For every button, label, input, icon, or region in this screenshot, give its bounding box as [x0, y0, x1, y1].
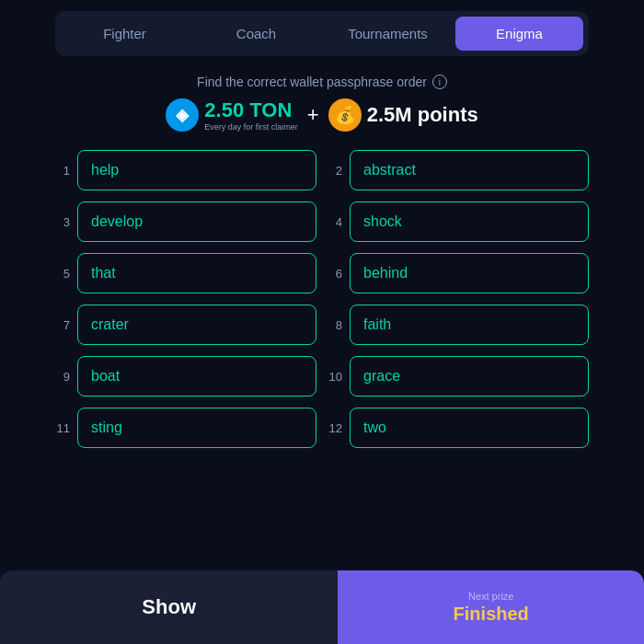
word-box[interactable]: help: [77, 150, 316, 190]
bottom-bar: Show Next prize Finished: [0, 570, 644, 644]
word-number: 11: [55, 421, 70, 435]
word-number: 5: [55, 267, 70, 281]
show-button[interactable]: Show: [0, 570, 338, 644]
next-prize-label: Next prize: [468, 591, 514, 602]
word-cell: 4shock: [328, 201, 589, 242]
word-cell: 8faith: [328, 305, 589, 345]
tab-coach[interactable]: Coach: [192, 17, 320, 51]
coin-icon: 💰: [328, 98, 362, 132]
tab-bar: Fighter Coach Tournaments Enigma: [55, 11, 589, 56]
word-box[interactable]: shock: [350, 201, 589, 242]
next-prize-value: Finished: [454, 604, 529, 625]
word-box[interactable]: two: [350, 408, 589, 448]
info-icon: i: [432, 75, 447, 89]
word-number: 2: [328, 164, 342, 178]
word-box[interactable]: crater: [77, 305, 316, 345]
word-cell: 1help: [55, 150, 316, 190]
word-cell: 5that: [55, 253, 316, 293]
word-box[interactable]: sting: [77, 408, 316, 448]
points-amount: 2.5M points: [367, 103, 478, 127]
word-number: 7: [55, 318, 70, 332]
word-number: 6: [328, 267, 342, 281]
ton-amount: 2.50 TON: [204, 98, 298, 122]
ton-badge: ◈ 2.50 TON Every day for first claimer: [166, 98, 298, 132]
word-box[interactable]: develop: [77, 201, 316, 242]
word-number: 8: [328, 318, 342, 332]
word-cell: 9boat: [55, 356, 316, 397]
word-cell: 3develop: [55, 201, 316, 242]
word-cell: 10grace: [328, 356, 589, 397]
subtitle-text: Find the correct wallet passphrase order: [197, 75, 427, 89]
word-number: 10: [328, 370, 342, 384]
word-cell: 12two: [328, 408, 589, 448]
word-cell: 11sting: [55, 408, 316, 448]
word-box[interactable]: behind: [350, 253, 589, 293]
word-number: 1: [55, 164, 70, 178]
ton-text: 2.50 TON Every day for first claimer: [204, 98, 298, 132]
app-container: Fighter Coach Tournaments Enigma Find th…: [0, 0, 644, 644]
word-number: 3: [55, 215, 70, 229]
word-box[interactable]: boat: [77, 356, 316, 397]
word-box[interactable]: faith: [350, 305, 589, 345]
points-badge: 💰 2.5M points: [328, 98, 478, 132]
word-number: 9: [55, 370, 70, 384]
word-box[interactable]: that: [77, 253, 316, 293]
word-number: 12: [328, 421, 342, 435]
tab-fighter[interactable]: Fighter: [61, 17, 189, 51]
word-grid: 1help2abstract3develop4shock5that6behind…: [55, 150, 589, 448]
next-prize-section[interactable]: Next prize Finished: [338, 570, 644, 644]
word-cell: 2abstract: [328, 150, 589, 190]
tab-tournaments[interactable]: Tournaments: [324, 17, 452, 51]
tab-enigma[interactable]: Enigma: [455, 17, 583, 51]
word-cell: 7crater: [55, 305, 316, 345]
word-cell: 6behind: [328, 253, 589, 293]
plus-sign: +: [307, 103, 319, 127]
word-box[interactable]: grace: [350, 356, 589, 397]
ton-sub: Every day for first claimer: [204, 122, 298, 132]
subtitle: Find the correct wallet passphrase order…: [197, 75, 447, 89]
word-number: 4: [328, 215, 342, 229]
reward-row: ◈ 2.50 TON Every day for first claimer +…: [166, 98, 477, 132]
ton-icon: ◈: [166, 98, 199, 132]
word-box[interactable]: abstract: [350, 150, 589, 190]
